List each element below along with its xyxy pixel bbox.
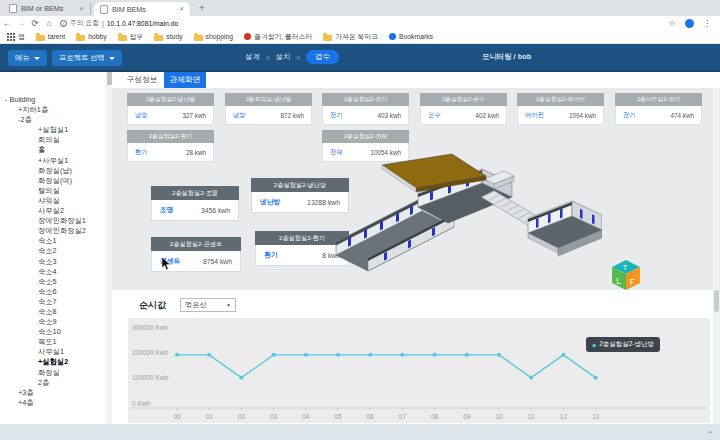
bookmark-item[interactable]: hobby: [76, 33, 107, 41]
metric-card-label[interactable]: 냉방: [233, 111, 246, 120]
page-scrollbar-thumb[interactable]: [714, 290, 719, 312]
room-metric-card-label[interactable]: 환기: [264, 250, 278, 260]
tree-item[interactable]: +3층: [0, 388, 106, 398]
tree-item[interactable]: 회의실: [0, 135, 106, 145]
tree-item[interactable]: 숙소4: [0, 267, 106, 277]
browser-toolbar: ← → ⟳ ⌂ i 주의 요함 | 10.1.0.47:8081/main.do…: [0, 16, 720, 30]
new-tab-button[interactable]: +: [196, 3, 208, 15]
tree-item[interactable]: +실험실1: [0, 125, 106, 135]
tree-item[interactable]: - Building: [0, 95, 106, 105]
metric-card-value: 474 kwh: [671, 112, 694, 119]
bookmark-item[interactable]: shopping: [194, 33, 234, 41]
bookmark-item[interactable]: 업무: [118, 32, 144, 42]
room-metric-card-label[interactable]: 냉난방: [260, 197, 280, 207]
room-metric-card-label[interactable]: 조명: [160, 205, 174, 215]
metric-card: 2층사무실2-전기 전기 474 kwh: [615, 93, 702, 125]
browser-menu-icon[interactable]: ⋮: [700, 18, 714, 28]
chevron-down-icon: [109, 57, 115, 60]
bookmark-icon: [323, 35, 332, 41]
metric-card-label[interactable]: 환기: [135, 148, 148, 157]
tree-item[interactable]: 홀: [0, 145, 106, 155]
project-select-button[interactable]: 프로젝트 선택: [52, 50, 122, 66]
tree-item[interactable]: 사무실1: [0, 347, 106, 357]
svg-text:09: 09: [463, 413, 471, 420]
metric-card: 2층실험실2-전기 전기 403 kwh: [322, 93, 409, 125]
tree-item[interactable]: 화장실: [0, 368, 106, 378]
bookmark-icon: [118, 35, 127, 41]
scroll-arrow-icon[interactable]: ▴: [709, 428, 712, 434]
bookmark-item[interactable]: tarent: [36, 33, 65, 41]
metric-card-label[interactable]: 전기: [623, 111, 636, 120]
tree-item[interactable]: +실험실2: [0, 357, 106, 367]
reload-icon[interactable]: ⟳: [28, 18, 42, 28]
metric-card-label[interactable]: 전기: [330, 111, 343, 120]
breadcrumb-step-inspect-active[interactable]: 검수: [306, 50, 339, 64]
chart-title: 순시값: [139, 299, 166, 312]
tree-item[interactable]: 탈의실: [0, 186, 106, 196]
metric-card-label[interactable]: 에어컨: [525, 111, 544, 120]
tree-item[interactable]: -2층: [0, 115, 106, 125]
tree-item[interactable]: +사무실1: [0, 156, 106, 166]
tree-item[interactable]: 숙소10: [0, 327, 106, 337]
breadcrumb-step-install[interactable]: 설치: [276, 52, 291, 62]
bookmark-icon: [7, 33, 9, 35]
tree-item[interactable]: 숙소1: [0, 236, 106, 246]
back-icon[interactable]: ←: [0, 18, 14, 28]
chart-legend[interactable]: ◆ 2층실험실2-냉난방: [586, 337, 660, 352]
address-bar[interactable]: i 주의 요함 | 10.1.0.47:8081/main.do: [60, 18, 665, 28]
tree-item[interactable]: 장애인화장실2: [0, 226, 106, 236]
tree-item[interactable]: 숙소5: [0, 277, 106, 287]
chart-type-select[interactable]: 꺾은선 ▼: [180, 298, 236, 312]
tree-item[interactable]: 장애인화장실1: [0, 216, 106, 226]
close-icon[interactable]: ×: [79, 5, 84, 13]
tree-item[interactable]: 2층: [0, 378, 106, 388]
metric-card-body: 에어컨 1094 kwh: [517, 106, 604, 125]
tab-config-info[interactable]: 구성정보: [120, 72, 164, 88]
metric-card-label[interactable]: 온수: [428, 111, 441, 120]
tree-item[interactable]: 복도1: [0, 337, 106, 347]
tab-control-screen[interactable]: 관제화면: [164, 72, 206, 88]
metric-card: 2층회의실-냉난방 냉방 872 kwh: [225, 93, 312, 125]
svg-text:200000 Kwh: 200000 Kwh: [132, 349, 169, 356]
browser-tab-active[interactable]: BIM BEMs ×: [94, 2, 190, 16]
metric-card-body: 전기 474 kwh: [615, 106, 702, 125]
tree-item[interactable]: 숙소3: [0, 257, 106, 267]
legend-series-label: 2층실험실2-냉난방: [599, 340, 654, 349]
bookmark-item[interactable]: 가져온 북마크: [323, 32, 378, 42]
building-3d-model[interactable]: [332, 145, 602, 295]
tree-item[interactable]: +4층: [0, 398, 106, 408]
breadcrumb-step-design[interactable]: 설계: [245, 52, 260, 62]
tree-item[interactable]: 샤워실: [0, 196, 106, 206]
metric-card-label[interactable]: 냉방: [135, 111, 148, 120]
tree-item[interactable]: 숙소6: [0, 287, 106, 297]
metric-card-body: 온수 402 kwh: [420, 106, 507, 125]
tree-item[interactable]: 숙소7: [0, 297, 106, 307]
tree-item[interactable]: +지하1층: [0, 105, 106, 115]
browser-tab-inactive[interactable]: BIM or BEMs ×: [3, 2, 91, 15]
bookmark-item[interactable]: 앱: [7, 32, 25, 42]
info-icon[interactable]: i: [60, 20, 67, 27]
svg-text:10: 10: [495, 413, 503, 420]
profile-avatar[interactable]: [685, 19, 694, 28]
room-metric-card-body: 조명 3456 kwh: [151, 200, 239, 221]
close-icon[interactable]: ×: [179, 5, 184, 13]
bookmark-item[interactable]: Bookmarks: [389, 33, 433, 40]
page-icon: [100, 5, 108, 14]
page-scrollbar-track[interactable]: [713, 88, 720, 424]
tree-item[interactable]: 화장실(여): [0, 176, 106, 186]
tree-item[interactable]: 숙소9: [0, 317, 106, 327]
svg-text:100000 Kwh: 100000 Kwh: [132, 374, 169, 381]
metric-card-value: 403 kwh: [378, 112, 401, 119]
menu-button[interactable]: 메뉴: [8, 50, 47, 66]
project-select-label: 프로젝트 선택: [59, 53, 105, 63]
tree-item[interactable]: 숙소8: [0, 307, 106, 317]
tree-scrollbar-thumb[interactable]: [107, 72, 112, 85]
tree-item[interactable]: 사무실2: [0, 206, 106, 216]
forward-icon[interactable]: →: [14, 18, 28, 28]
bookmark-star-icon[interactable]: ☆: [665, 18, 679, 28]
tree-item[interactable]: 화장실(남): [0, 166, 106, 176]
bookmark-item[interactable]: 즐겨찾기, 플러스터: [244, 32, 312, 42]
home-icon[interactable]: ⌂: [42, 18, 56, 28]
bookmark-item[interactable]: study: [154, 33, 182, 41]
tree-item[interactable]: 숙소2: [0, 246, 106, 256]
